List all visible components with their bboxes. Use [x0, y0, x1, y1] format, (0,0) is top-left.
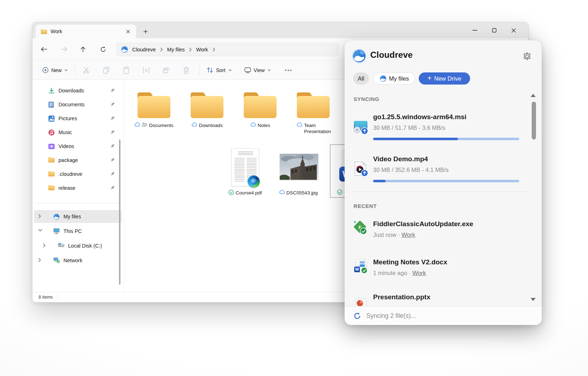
svg-text:A: A: [145, 68, 148, 72]
view-button[interactable]: View: [241, 65, 274, 76]
view-icon: [244, 67, 251, 73]
sidebar-item-label: Network: [63, 258, 82, 263]
sidebar-item-this-pc[interactable]: This PC: [34, 225, 122, 238]
sidebar-item-package[interactable]: package: [34, 154, 122, 167]
expand-chevron-icon[interactable]: [38, 258, 43, 263]
plus-circle-icon: [42, 67, 48, 73]
sidebar-item-documents[interactable]: Documents: [34, 98, 122, 111]
sync-progress-text: 30 MB / 352.6 MB - 4.1 MB/s: [373, 167, 449, 173]
chevron-right-icon[interactable]: [189, 47, 192, 52]
synced-check-icon: [228, 190, 234, 195]
cloud-status-icon: [191, 122, 197, 127]
up-button[interactable]: [77, 43, 89, 56]
edge-browser-icon: [248, 176, 260, 188]
toolbar-divider: [75, 65, 75, 75]
sync-progress-bar: [373, 138, 519, 140]
more-options-button[interactable]: [281, 64, 296, 77]
cut-button[interactable]: [79, 64, 94, 77]
back-button[interactable]: [37, 43, 50, 56]
sidebar-item-downloads[interactable]: Downloads: [34, 84, 122, 97]
folder-tile-team-presentation[interactable]: Team Presentation: [288, 90, 339, 134]
scroll-up-arrow[interactable]: [531, 94, 536, 97]
plus-icon: +: [428, 74, 432, 82]
shared-people-icon: [142, 122, 147, 127]
sidebar-item-videos[interactable]: Videos: [34, 140, 122, 153]
recent-location-link[interactable]: Work: [412, 270, 426, 276]
breadcrumb-work[interactable]: Work: [195, 47, 209, 52]
close-window-button[interactable]: [504, 23, 523, 37]
sidebar-separator: [35, 203, 119, 203]
sidebar-item-label: Pictures: [58, 116, 77, 121]
tab-bar: Work: [32, 22, 528, 38]
sync-file-name: go1.25.5.windows-arm64.msi: [373, 113, 466, 121]
recent-file-meta: Just now · Work: [373, 232, 415, 238]
settings-gear-button[interactable]: [522, 52, 532, 61]
sort-icon: [207, 67, 213, 73]
collapse-chevron-icon[interactable]: [38, 229, 43, 234]
sync-spinner-icon: [353, 312, 361, 320]
sidebar-item-label: Local Disk (C:): [68, 243, 102, 249]
view-button-label: View: [254, 67, 265, 73]
recent-location-link[interactable]: Work: [402, 232, 415, 238]
sidebar-item-pictures[interactable]: Pictures: [34, 112, 122, 125]
sidebar-scrollbar[interactable]: [119, 139, 120, 285]
videos-icon: [48, 143, 55, 150]
sidebar-item-label: release: [58, 185, 76, 191]
scroll-down-arrow[interactable]: [531, 298, 536, 301]
share-button[interactable]: [159, 64, 174, 77]
chevron-right-icon[interactable]: [160, 47, 163, 52]
sidebar-item-local-disk-c[interactable]: Local Disk (C:): [34, 239, 122, 252]
sync-progress-text: 30 MB / 51.7 MB - 3.6 MB/s: [373, 125, 445, 131]
chevron-right-icon[interactable]: [212, 47, 215, 52]
new-tab-button[interactable]: [141, 27, 150, 36]
expand-chevron-icon[interactable]: [38, 214, 43, 219]
sidebar-item-label: This PC: [63, 228, 82, 234]
sidebar-item-network[interactable]: Network: [34, 254, 122, 267]
sidebar-item-music[interactable]: Music: [34, 126, 122, 139]
sort-button[interactable]: Sort: [203, 64, 235, 76]
panel-title: Cloudreve: [370, 50, 413, 60]
minimize-button[interactable]: [465, 23, 484, 37]
filter-my-files-button[interactable]: My files: [373, 72, 415, 85]
folder-name: Downloads: [199, 122, 223, 128]
refresh-button[interactable]: [97, 43, 109, 56]
maximize-button[interactable]: [485, 23, 504, 37]
sidebar-item-label: Downloads: [58, 88, 84, 93]
sync-file-name: Video Demo.mp4: [373, 155, 428, 163]
folder-icon: [48, 185, 55, 192]
folder-tile-downloads[interactable]: Downloads: [182, 90, 232, 128]
cloudreve-drive-icon: [121, 46, 128, 53]
tab-close-button[interactable]: [123, 27, 133, 36]
panel-scrollbar[interactable]: [532, 102, 536, 139]
sidebar-item-label: Documents: [58, 102, 84, 107]
new-button[interactable]: New: [39, 64, 71, 76]
copy-button[interactable]: [99, 64, 114, 77]
file-name: DSC05543.jpg: [287, 190, 318, 196]
new-drive-button[interactable]: + New Drive: [419, 72, 470, 85]
recent-file-name: FiddlerClassicAutoUpdater.exe: [373, 220, 473, 228]
filter-all-button[interactable]: All: [353, 72, 369, 85]
breadcrumb-my-files[interactable]: My files: [166, 47, 185, 52]
sync-list: SYNCING go1.25.5.windows-arm64.msi 30 MB…: [345, 90, 542, 306]
folder-icon: [48, 157, 55, 164]
powerpoint-file-icon: [352, 297, 369, 306]
folder-tile-notes[interactable]: Notes: [235, 90, 285, 128]
sync-progress-fill: [373, 138, 458, 140]
delete-button[interactable]: [179, 64, 194, 77]
folder-name: Team Presentation: [304, 122, 332, 134]
folder-tile-documents[interactable]: Documents: [129, 90, 179, 128]
rename-button[interactable]: A: [139, 64, 154, 77]
expand-chevron-icon[interactable]: [43, 243, 48, 248]
tab-work[interactable]: Work: [36, 25, 136, 38]
sidebar-item-cloudreve-folder[interactable]: .cloudreve: [34, 168, 122, 181]
chevron-down-icon: [268, 69, 271, 71]
sync-progress-bar: [373, 180, 519, 182]
sidebar-item-release[interactable]: release: [34, 182, 122, 194]
forward-button[interactable]: [57, 43, 70, 56]
folder-icon: [48, 171, 55, 178]
sidebar-item-my-files[interactable]: My files: [34, 210, 122, 223]
paste-button[interactable]: [119, 64, 134, 77]
folder-tab-icon: [41, 29, 47, 34]
breadcrumb-cloudreve[interactable]: Cloudreve: [131, 47, 156, 52]
cloudreve-panel: Cloudreve All My files + New Drive SYNCI…: [345, 40, 542, 325]
